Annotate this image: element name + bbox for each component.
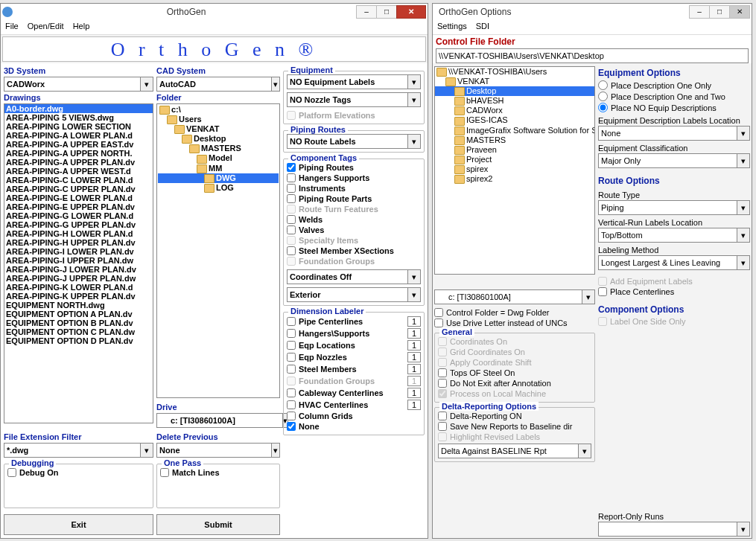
- close-button[interactable]: ✕: [729, 5, 750, 19]
- drawing-item[interactable]: AREA-PIPING-A UPPER WEST.d: [4, 167, 153, 176]
- drawing-item[interactable]: AREA-PIPING-E UPPER PLAN.dv: [4, 202, 153, 211]
- drawing-item[interactable]: A0-border.dwg: [4, 104, 153, 113]
- dim-checkbox[interactable]: [287, 365, 296, 374]
- chevron-down-icon[interactable]: ▾: [737, 522, 750, 537]
- dim-checkbox[interactable]: [287, 412, 296, 420]
- options-drive-input[interactable]: [434, 289, 582, 304]
- folder-node[interactable]: Model: [158, 153, 279, 163]
- chevron-down-icon[interactable]: ▾: [408, 74, 421, 89]
- coords-combo[interactable]: ▾: [287, 269, 421, 284]
- drawing-item[interactable]: AREA-PIPING LOWER SECTION: [4, 122, 153, 131]
- equipment-radio-row[interactable]: Place Description One Only: [598, 80, 750, 91]
- drawing-item[interactable]: AREA-PIPING-E LOWER PLAN.d: [4, 193, 153, 202]
- folder-node[interactable]: Users: [158, 115, 279, 124]
- dim-row[interactable]: Column Grids: [287, 411, 421, 421]
- cad-system-combo[interactable]: ▾: [156, 77, 280, 92]
- match-lines-checkbox[interactable]: [160, 468, 169, 477]
- file-ext-input[interactable]: [4, 443, 141, 458]
- route-labels-combo[interactable]: ▾: [287, 134, 421, 149]
- comp-tag-row[interactable]: Hangers Supports: [287, 173, 421, 183]
- comp-tag-checkbox[interactable]: [287, 173, 296, 182]
- chevron-down-icon[interactable]: ▾: [141, 443, 153, 458]
- equipment-radio[interactable]: [598, 103, 608, 112]
- options-folder-node[interactable]: bHAVESH: [435, 96, 594, 106]
- comp-tag-row[interactable]: Welds: [287, 214, 421, 225]
- cf-dwg-checkbox[interactable]: [434, 308, 443, 317]
- route-labels-input[interactable]: [287, 134, 408, 149]
- chevron-down-icon[interactable]: ▾: [737, 228, 750, 243]
- dim-checkbox[interactable]: [287, 317, 296, 326]
- equipment-labels-input[interactable]: [287, 74, 408, 89]
- drawing-item[interactable]: AREA-PIPING-C UPPER PLAN.dv: [4, 185, 153, 193]
- udl-checkbox[interactable]: [434, 318, 443, 327]
- route-type-combo[interactable]: ▾: [598, 200, 750, 215]
- comp-tag-row[interactable]: Valves: [287, 225, 421, 235]
- drawing-item[interactable]: AREA-PIPING-A UPPER NORTH.: [4, 149, 153, 158]
- exterior-input[interactable]: [287, 287, 408, 302]
- options-folder-node[interactable]: MASTERS: [435, 135, 594, 145]
- folder-node[interactable]: LOG: [158, 183, 279, 193]
- pc-checkbox[interactable]: [598, 287, 607, 296]
- menu-settings[interactable]: Settings: [437, 22, 467, 33]
- drawing-item[interactable]: AREA-PIPING-K UPPER PLAN.dv: [4, 292, 153, 301]
- equipment-radio-row[interactable]: Place Description One and Two: [598, 91, 750, 102]
- control-file-folder-input[interactable]: [436, 48, 749, 63]
- menu-open-edit[interactable]: Open/Edit: [28, 22, 64, 33]
- delta-combo[interactable]: ▾: [438, 444, 591, 458]
- dim-count[interactable]: 1: [407, 352, 421, 362]
- dim-row[interactable]: Pipe Centerlines1: [287, 316, 421, 327]
- minimize-button[interactable]: –: [356, 5, 377, 19]
- options-tree[interactable]: \\VENKAT-TOSHIBA\UsersVENKATDesktopbHAVE…: [434, 66, 595, 275]
- menu-help[interactable]: Help: [73, 22, 90, 33]
- dim-count[interactable]: 1: [407, 328, 421, 339]
- cf-dwg-row[interactable]: Control Folder = Dwg Folder: [434, 307, 595, 318]
- equipment-radio[interactable]: [598, 80, 608, 90]
- drawing-item[interactable]: EQUIPMENT NORTH.dwg: [4, 301, 153, 310]
- drawing-item[interactable]: AREA-PIPING-A LOWER PLAN.d: [4, 131, 153, 140]
- drawing-item[interactable]: AREA-PIPING-K LOWER PLAN.d: [4, 283, 153, 292]
- drawing-item[interactable]: EQUIPMENT OPTION D PLAN.dv: [4, 336, 153, 345]
- drive-input[interactable]: [156, 413, 283, 428]
- folder-node[interactable]: VENKAT: [158, 124, 279, 134]
- drawing-item[interactable]: EQUIPMENT OPTION B PLAN.dv: [4, 318, 153, 327]
- drawing-item[interactable]: AREA-PIPING-C LOWER PLAN.d: [4, 176, 153, 185]
- dim-count[interactable]: 1: [407, 316, 421, 327]
- exterior-combo[interactable]: ▾: [287, 287, 421, 302]
- chevron-down-icon[interactable]: ▾: [582, 289, 595, 304]
- delta-checkbox[interactable]: [438, 412, 447, 420]
- maximize-button[interactable]: □: [376, 5, 397, 19]
- drawings-list[interactable]: A0-border.dwgAREA-PIPING 5 VIEWS.dwgAREA…: [4, 103, 153, 423]
- ec-input[interactable]: [598, 153, 737, 168]
- folder-node[interactable]: MASTERS: [158, 144, 279, 153]
- folder-node[interactable]: c:\: [158, 105, 279, 115]
- comp-tag-row[interactable]: Instruments: [287, 183, 421, 193]
- dim-checkbox[interactable]: [287, 400, 296, 409]
- close-button[interactable]: ✕: [396, 5, 426, 19]
- chevron-down-icon[interactable]: ▾: [737, 126, 750, 141]
- options-drive-combo[interactable]: ▾: [434, 289, 595, 304]
- drawing-item[interactable]: AREA-PIPING-J LOWER PLAN.dv: [4, 265, 153, 274]
- comp-tag-checkbox[interactable]: [287, 163, 296, 172]
- options-folder-node[interactable]: spirex: [435, 164, 594, 174]
- nozzle-tags-input[interactable]: [287, 92, 408, 107]
- delete-prev-input[interactable]: [156, 443, 272, 458]
- chevron-down-icon[interactable]: ▾: [272, 443, 280, 458]
- coords-input[interactable]: [287, 269, 408, 284]
- general-row[interactable]: Tops OF Steel On: [438, 368, 591, 378]
- vrl-input[interactable]: [598, 228, 737, 243]
- comp-tag-checkbox[interactable]: [287, 225, 296, 234]
- drawing-item[interactable]: EQUIPMENT OPTION C PLAN.dw: [4, 327, 153, 336]
- cad-system-input[interactable]: [156, 77, 272, 92]
- udl-row[interactable]: Use Drive Letter instead of UNCs: [434, 318, 595, 328]
- dim-row[interactable]: HVAC Centerlines1: [287, 399, 421, 411]
- dim-count[interactable]: 1: [407, 340, 421, 350]
- comp-tag-checkbox[interactable]: [287, 246, 296, 255]
- chevron-down-icon[interactable]: ▾: [141, 77, 153, 92]
- dim-count[interactable]: 1: [407, 388, 421, 398]
- chevron-down-icon[interactable]: ▾: [408, 287, 421, 302]
- drawing-item[interactable]: AREA-PIPING-I UPPER PLAN.dw: [4, 256, 153, 265]
- dim-count[interactable]: 1: [407, 400, 421, 410]
- 3d-system-combo[interactable]: ▾: [4, 77, 153, 92]
- chevron-down-icon[interactable]: ▾: [737, 255, 750, 270]
- minimize-button[interactable]: –: [689, 5, 710, 19]
